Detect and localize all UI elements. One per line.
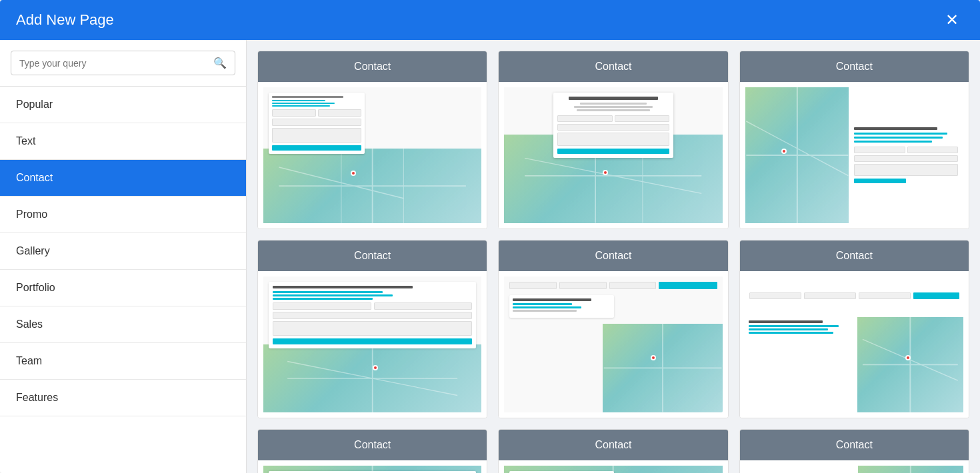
template-header-8: Contact xyxy=(499,430,727,460)
template-header-2: Contact xyxy=(499,51,727,82)
nav-list: Popular Text Contact Promo Gallery Portf… xyxy=(0,87,246,416)
template-header-6: Contact xyxy=(740,240,969,271)
template-preview-8 xyxy=(499,460,727,473)
template-card-6[interactable]: Contact xyxy=(739,240,969,418)
sidebar-item-gallery[interactable]: Gallery xyxy=(0,233,246,270)
template-preview-1 xyxy=(258,82,487,229)
sidebar-item-popular[interactable]: Popular xyxy=(0,87,246,123)
template-preview-7 xyxy=(258,460,487,473)
sidebar-item-portfolio[interactable]: Portfolio xyxy=(0,270,246,306)
search-input[interactable] xyxy=(19,58,213,69)
template-preview-9 xyxy=(740,460,969,473)
modal-body: 🔍 Popular Text Contact Promo Gallery Por… xyxy=(0,40,980,473)
template-header-1: Contact xyxy=(258,51,487,82)
sidebar-item-features[interactable]: Features xyxy=(0,380,246,416)
sidebar-item-sales[interactable]: Sales xyxy=(0,306,246,343)
template-card-4[interactable]: Contact xyxy=(257,240,487,418)
template-card-8[interactable]: Contact xyxy=(498,429,728,473)
sidebar-item-text[interactable]: Text xyxy=(0,123,246,160)
sidebar-item-team[interactable]: Team xyxy=(0,343,246,380)
template-header-3: Contact xyxy=(740,51,969,82)
search-box[interactable]: 🔍 xyxy=(11,51,235,75)
template-header-9: Contact xyxy=(740,430,969,460)
templates-grid: Contact xyxy=(257,51,969,473)
template-card-5[interactable]: Contact xyxy=(498,240,728,418)
template-card-7[interactable]: Contact xyxy=(257,429,487,473)
template-card-3[interactable]: Contact xyxy=(739,51,969,229)
template-card-1[interactable]: Contact xyxy=(257,51,487,229)
template-card-9[interactable]: Contact xyxy=(739,429,969,473)
main-content: Contact xyxy=(247,40,980,473)
search-icon: 🔍 xyxy=(213,57,227,69)
template-header-7: Contact xyxy=(258,430,487,460)
search-container: 🔍 xyxy=(0,40,246,87)
template-header-4: Contact xyxy=(258,240,487,271)
modal-title: Add New Page xyxy=(16,11,114,29)
template-preview-3 xyxy=(740,82,969,229)
sidebar-item-promo[interactable]: Promo xyxy=(0,197,246,233)
template-preview-5 xyxy=(499,271,727,418)
sidebar: 🔍 Popular Text Contact Promo Gallery Por… xyxy=(0,40,247,473)
template-header-5: Contact xyxy=(499,240,727,271)
template-preview-2 xyxy=(499,82,727,229)
modal-header: Add New Page ✕ xyxy=(0,0,980,40)
close-button[interactable]: ✕ xyxy=(940,9,964,31)
template-preview-6 xyxy=(740,271,969,418)
modal: Add New Page ✕ 🔍 Popular Text Contact Pr… xyxy=(0,0,980,473)
template-card-2[interactable]: Contact xyxy=(498,51,728,229)
sidebar-item-contact[interactable]: Contact xyxy=(0,160,246,197)
template-preview-4 xyxy=(258,271,487,418)
